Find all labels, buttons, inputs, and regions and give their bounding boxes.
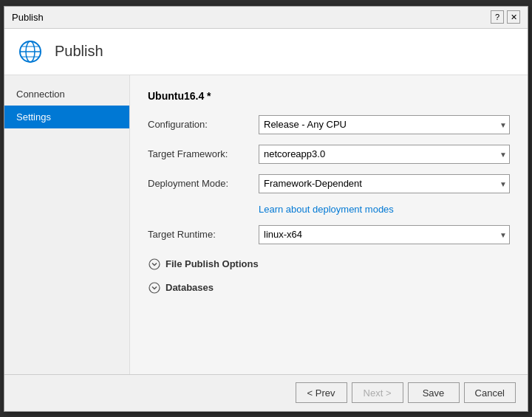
svg-point-6 <box>149 283 160 293</box>
configuration-label: Configuration: <box>148 119 259 130</box>
help-button[interactable]: ? <box>491 10 504 24</box>
deployment-modes-link[interactable]: Learn about deployment modes <box>259 204 510 215</box>
target-framework-dropdown-wrapper: netcoreapp3.0 netcoreapp2.1 net5.0 ▼ <box>259 145 510 164</box>
title-bar-controls: ? ✕ <box>491 10 520 24</box>
target-runtime-dropdown-wrapper: linux-x64 linux-arm win-x64 osx-x64 ▼ <box>259 225 510 244</box>
save-button[interactable]: Save <box>408 382 460 403</box>
target-runtime-row: Target Runtime: linux-x64 linux-arm win-… <box>148 225 510 244</box>
cancel-button[interactable]: Cancel <box>464 382 516 403</box>
target-runtime-label: Target Runtime: <box>148 229 259 240</box>
configuration-dropdown-wrapper: Release - Any CPU Debug - Any CPU Releas… <box>259 115 510 134</box>
databases-label: Databases <box>166 282 214 293</box>
deployment-mode-control: Framework-Dependent Self-Contained ▼ <box>259 174 510 193</box>
databases-section[interactable]: Databases <box>148 281 510 294</box>
header-title: Publish <box>55 43 103 60</box>
target-framework-select[interactable]: netcoreapp3.0 netcoreapp2.1 net5.0 <box>259 145 510 164</box>
prev-button[interactable]: < Prev <box>296 382 347 403</box>
section-title: Ubuntu16.4 * <box>148 90 510 102</box>
deployment-mode-label: Deployment Mode: <box>148 178 259 189</box>
main-panel: Ubuntu16.4 * Configuration: Release - An… <box>130 75 528 374</box>
deployment-mode-row: Deployment Mode: Framework-Dependent Sel… <box>148 174 510 193</box>
footer-area: < Prev Next > Save Cancel <box>4 374 528 411</box>
file-publish-options-collapse-icon <box>148 258 161 271</box>
target-framework-control: netcoreapp3.0 netcoreapp2.1 net5.0 ▼ <box>259 145 510 164</box>
window-title: Publish <box>12 12 491 23</box>
deployment-mode-dropdown-wrapper: Framework-Dependent Self-Contained ▼ <box>259 174 510 193</box>
target-runtime-select[interactable]: linux-x64 linux-arm win-x64 osx-x64 <box>259 225 510 244</box>
file-publish-options-section[interactable]: File Publish Options <box>148 258 510 271</box>
target-runtime-control: linux-x64 linux-arm win-x64 osx-x64 ▼ <box>259 225 510 244</box>
target-framework-row: Target Framework: netcoreapp3.0 netcorea… <box>148 145 510 164</box>
configuration-row: Configuration: Release - Any CPU Debug -… <box>148 115 510 134</box>
deployment-mode-select[interactable]: Framework-Dependent Self-Contained <box>259 174 510 193</box>
file-publish-options-label: File Publish Options <box>166 258 259 269</box>
configuration-control: Release - Any CPU Debug - Any CPU Releas… <box>259 115 510 134</box>
globe-icon <box>16 38 44 66</box>
title-bar: Publish ? ✕ <box>4 7 528 29</box>
sidebar: Connection Settings <box>4 75 130 374</box>
content-area: Connection Settings Ubuntu16.4 * Configu… <box>4 75 528 374</box>
svg-point-5 <box>149 259 160 269</box>
sidebar-item-settings[interactable]: Settings <box>4 106 129 128</box>
sidebar-item-connection[interactable]: Connection <box>4 83 129 106</box>
next-button[interactable]: Next > <box>352 382 403 403</box>
publish-window: Publish ? ✕ Publish Connection Settin <box>4 6 528 412</box>
target-framework-label: Target Framework: <box>148 148 259 159</box>
header-area: Publish <box>4 29 528 75</box>
close-button[interactable]: ✕ <box>507 10 520 24</box>
databases-collapse-icon <box>148 281 161 294</box>
configuration-select[interactable]: Release - Any CPU Debug - Any CPU Releas… <box>259 115 510 134</box>
